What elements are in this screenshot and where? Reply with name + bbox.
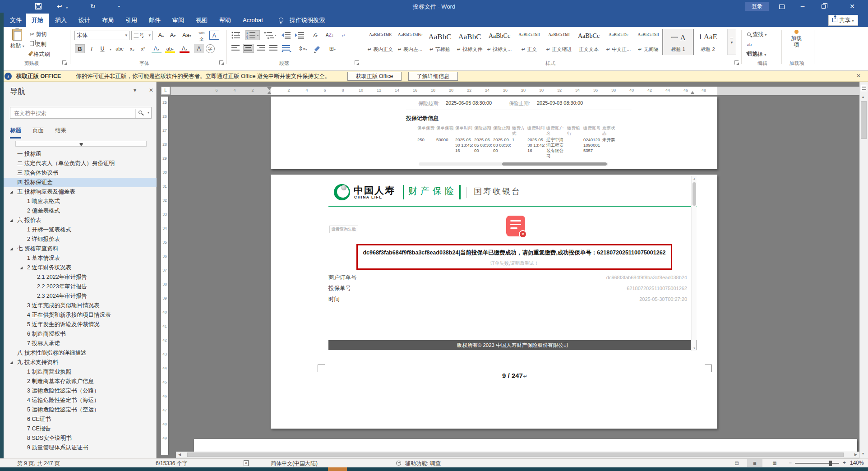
scroll-left-icon[interactable]: ◀ bbox=[178, 452, 181, 457]
get-genuine-office-button[interactable]: 获取正版 Office bbox=[347, 72, 402, 81]
tab-help[interactable]: 帮助 bbox=[214, 14, 236, 27]
align-center-button[interactable] bbox=[244, 44, 254, 52]
phonetic-guide-button[interactable]: wén文 bbox=[197, 31, 207, 40]
highlight-button[interactable]: ab▾ bbox=[165, 44, 175, 53]
nav-heading-item[interactable]: 8 SDS安全说明书 bbox=[4, 434, 157, 443]
vertical-scrollbar-thumb[interactable] bbox=[861, 101, 867, 139]
scroll-up-icon[interactable]: ▴ bbox=[862, 94, 864, 100]
bullets-button[interactable] bbox=[231, 31, 242, 40]
paste-button[interactable]: 粘贴 ▾ bbox=[6, 29, 28, 58]
cut-button[interactable]: ✂ 剪切 bbox=[30, 30, 46, 39]
font-name-combo[interactable]: 宋体▾ bbox=[74, 31, 129, 40]
style-card[interactable]: AaBbCcDdI↵ 正文 bbox=[514, 29, 544, 55]
collapse-triangle-icon[interactable] bbox=[10, 219, 13, 222]
nav-heading-item[interactable]: 3 近年完成的类似项目情况表 bbox=[4, 301, 157, 310]
nav-heading-item[interactable]: 3 运输危险性鉴定书（公路） bbox=[4, 386, 157, 396]
navpane-options-icon[interactable]: ▾ bbox=[134, 87, 136, 93]
nav-heading-item[interactable]: 5 近年发生的诉讼及仲裁情况 bbox=[4, 320, 157, 329]
nav-heading-item[interactable]: 1 制造商营业执照 bbox=[4, 367, 157, 377]
right-indent-marker[interactable] bbox=[690, 91, 695, 94]
font-color-button[interactable]: A▾ bbox=[180, 44, 189, 53]
style-card[interactable]: AaBbCcDdI↵ 无间隔 bbox=[633, 29, 663, 55]
nav-heading-item[interactable]: 二 法定代表人（单位负责人）身份证明 bbox=[4, 159, 157, 168]
subscript-button[interactable]: x₂ bbox=[127, 44, 137, 53]
select-button[interactable]: 选择 ▾ bbox=[747, 50, 766, 59]
read-mode-button[interactable]: ▤ bbox=[729, 459, 744, 467]
font-dialog-launcher[interactable] bbox=[219, 60, 223, 65]
style-card[interactable]: AaBbCcDc↵ 中文正... bbox=[604, 29, 633, 55]
styles-dialog-launcher[interactable] bbox=[734, 60, 739, 65]
nav-heading-item[interactable]: 九 技术支持资料 bbox=[4, 358, 157, 367]
nav-heading-item[interactable]: 1 基本情况表 bbox=[4, 254, 157, 263]
tab-references[interactable]: 引用 bbox=[120, 14, 143, 27]
nav-heading-item[interactable]: 1 开标一览表格式 bbox=[4, 225, 157, 235]
nav-heading-item[interactable]: 四 投标保证金 bbox=[4, 178, 157, 187]
zoom-in-icon[interactable]: + bbox=[843, 460, 846, 466]
minimize-button[interactable]: ─ bbox=[795, 0, 810, 13]
asian-layout-button[interactable]: ᴀ̂▾ bbox=[309, 31, 322, 40]
align-right-button[interactable] bbox=[256, 44, 266, 52]
tab-home[interactable]: 开始 bbox=[26, 14, 49, 27]
print-layout-button[interactable]: ≣ bbox=[747, 459, 762, 467]
style-card[interactable]: 一 A标题 1 bbox=[663, 29, 693, 55]
distribute-button[interactable] bbox=[282, 44, 291, 52]
collapse-triangle-icon[interactable] bbox=[10, 361, 13, 364]
nav-heading-item[interactable]: 五 投标响应表及偏差表 bbox=[4, 187, 157, 197]
zoom-slider[interactable] bbox=[795, 463, 839, 464]
nav-heading-item[interactable]: 一 投标函 bbox=[4, 149, 157, 159]
tab-design[interactable]: 设计 bbox=[73, 14, 96, 27]
tab-acrobat[interactable]: Acrobat bbox=[237, 14, 268, 27]
change-case-button[interactable]: Aa▾ bbox=[180, 31, 193, 40]
tellme-search[interactable]: 操作说明搜索 bbox=[284, 14, 330, 27]
font-size-combo[interactable]: 三号▾ bbox=[131, 31, 153, 40]
nav-heading-item[interactable]: 八 技术性能指标的详细描述 bbox=[4, 348, 157, 358]
maximize-restore-button[interactable] bbox=[816, 0, 831, 13]
proofing-errors-icon[interactable]: ✕ bbox=[244, 460, 249, 466]
zoom-level[interactable]: 140% bbox=[850, 460, 864, 466]
zoom-out-icon[interactable]: − bbox=[789, 460, 792, 466]
style-card[interactable]: AaBbCcDdEe↵ 表内左... bbox=[395, 29, 425, 55]
share-button[interactable]: 共享 ▾ bbox=[828, 15, 858, 26]
close-button[interactable]: ✕ bbox=[845, 0, 860, 13]
page-indicator[interactable]: 第 9 页, 共 247 页 bbox=[17, 460, 60, 467]
underline-dropdown[interactable]: ▾ bbox=[106, 44, 115, 53]
style-card[interactable]: AaBbC↵ 节标题 bbox=[425, 29, 455, 55]
scroll-right-icon[interactable]: ▶ bbox=[854, 452, 857, 457]
nav-heading-item[interactable]: 6 CE证书 bbox=[4, 415, 157, 424]
style-card[interactable]: 1 AaE标题 2 bbox=[693, 29, 723, 55]
vertical-scrollbar[interactable]: ▴ ▾ bbox=[859, 82, 868, 458]
collapse-triangle-icon[interactable] bbox=[20, 267, 23, 269]
nav-heading-item[interactable]: 6 制造商授权书 bbox=[4, 329, 157, 339]
signin-button[interactable]: 登录 bbox=[745, 2, 769, 11]
tab-file[interactable]: 文件 bbox=[5, 14, 27, 27]
jump-to-top-button[interactable] bbox=[15, 141, 147, 147]
nav-tab-pages[interactable]: 页面 bbox=[32, 127, 44, 137]
numbering-button[interactable]: 123 bbox=[246, 31, 259, 40]
learn-more-button[interactable]: 了解详细信息 bbox=[408, 72, 458, 81]
show-hide-marks-button[interactable]: ⤶ bbox=[338, 31, 348, 40]
web-layout-button[interactable]: ▦ bbox=[767, 459, 782, 467]
accessibility-status[interactable]: 辅助功能: 调查 bbox=[405, 460, 441, 467]
paragraph-dialog-launcher[interactable] bbox=[355, 60, 359, 65]
nav-heading-item[interactable]: 1 响应表格式 bbox=[4, 197, 157, 206]
document-search-input[interactable]: 在文档中搜索 ▾ bbox=[10, 107, 152, 119]
nav-heading-item[interactable]: 7 CE报告 bbox=[4, 424, 157, 434]
scroll-down-icon[interactable]: ▾ bbox=[862, 451, 864, 457]
msgbar-close-icon[interactable]: ✕ bbox=[856, 73, 861, 79]
hanging-indent-marker[interactable] bbox=[267, 91, 272, 94]
format-painter-button[interactable]: 格式刷 bbox=[30, 50, 50, 59]
horizontal-scrollbar-thumb[interactable] bbox=[187, 453, 844, 457]
nav-heading-item[interactable]: 4 正在供货和新承接的项目情况表 bbox=[4, 310, 157, 320]
style-gallery-more-button[interactable]: ─▾ bbox=[727, 29, 736, 55]
shrink-font-button[interactable]: A▾ bbox=[168, 31, 178, 40]
nav-heading-item[interactable]: 2.1 2022年审计报告 bbox=[4, 272, 157, 282]
multilevel-list-button[interactable] bbox=[263, 31, 277, 40]
line-spacing-button[interactable]: ⇕≡▾ bbox=[296, 44, 309, 53]
replace-button[interactable]: ab替换 bbox=[747, 40, 758, 49]
increase-indent-button[interactable] bbox=[294, 31, 305, 40]
italic-button[interactable]: I bbox=[87, 44, 97, 53]
character-border-button[interactable]: A bbox=[209, 31, 219, 40]
nav-heading-item[interactable]: 六 报价表 bbox=[4, 216, 157, 225]
shading-button[interactable] bbox=[313, 45, 323, 53]
search-icon[interactable] bbox=[139, 111, 142, 114]
